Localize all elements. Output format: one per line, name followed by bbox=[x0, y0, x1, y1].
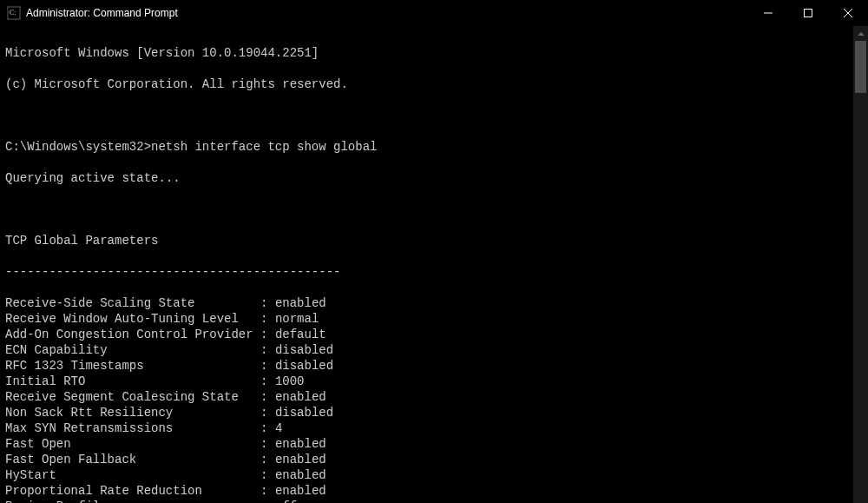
svg-text:C:: C: bbox=[10, 9, 16, 17]
param-value: enabled bbox=[275, 468, 326, 482]
titlebar[interactable]: C: Administrator: Command Prompt bbox=[0, 0, 868, 26]
minimize-button[interactable] bbox=[748, 0, 788, 26]
header-line: (c) Microsoft Corporation. All rights re… bbox=[5, 76, 863, 92]
param-row: RFC 1323 Timestamps : disabled bbox=[5, 358, 863, 374]
param-value: enabled bbox=[275, 390, 326, 404]
param-label: Receive-Side Scaling State bbox=[5, 296, 260, 310]
param-label: Fast Open Fallback bbox=[5, 453, 260, 467]
param-label: Max SYN Retransmissions bbox=[5, 421, 260, 435]
cmd-icon: C: bbox=[7, 6, 21, 20]
colon-separator: : bbox=[260, 500, 275, 503]
colon-separator: : bbox=[260, 421, 275, 435]
prompt: C:\Windows\system32> bbox=[5, 140, 151, 154]
window-controls bbox=[748, 0, 868, 26]
param-row: HyStart : enabled bbox=[5, 467, 863, 483]
svg-line-6 bbox=[844, 9, 852, 17]
param-row: Receive Segment Coalescing State : enabl… bbox=[5, 389, 863, 405]
header-line: Microsoft Windows [Version 10.0.19044.22… bbox=[5, 45, 863, 61]
param-row: Fast Open Fallback : enabled bbox=[5, 452, 863, 467]
param-label: Receive Segment Coalescing State bbox=[5, 390, 260, 404]
param-label: HyStart bbox=[5, 468, 260, 482]
param-row: Initial RTO : 1000 bbox=[5, 374, 863, 389]
colon-separator: : bbox=[260, 406, 275, 420]
param-label: Non Sack Rtt Resiliency bbox=[5, 406, 260, 420]
blank-line bbox=[5, 108, 863, 123]
param-label: Initial RTO bbox=[5, 374, 260, 388]
param-row: Non Sack Rtt Resiliency : disabled bbox=[5, 405, 863, 420]
param-row: Max SYN Retransmissions : 4 bbox=[5, 420, 863, 436]
param-label: Receive Window Auto-Tuning Level bbox=[5, 312, 260, 326]
param-value: enabled bbox=[275, 484, 326, 498]
colon-separator: : bbox=[260, 343, 275, 357]
terminal-output[interactable]: Microsoft Windows [Version 10.0.19044.22… bbox=[0, 26, 868, 503]
param-label: Pacing Profile bbox=[5, 500, 260, 503]
param-value: disabled bbox=[275, 343, 333, 357]
close-button[interactable] bbox=[828, 0, 868, 26]
colon-separator: : bbox=[260, 437, 275, 451]
colon-separator: : bbox=[260, 312, 275, 326]
param-row: Proportional Rate Reduction : enabled bbox=[5, 483, 863, 499]
colon-separator: : bbox=[260, 359, 275, 373]
param-value: normal bbox=[275, 312, 319, 326]
param-value: 4 bbox=[275, 421, 282, 435]
window-title: Administrator: Command Prompt bbox=[26, 7, 748, 19]
param-row: Receive Window Auto-Tuning Level : norma… bbox=[5, 311, 863, 327]
param-value: 1000 bbox=[275, 374, 305, 388]
param-row: Fast Open : enabled bbox=[5, 436, 863, 452]
svg-rect-4 bbox=[805, 10, 812, 17]
colon-separator: : bbox=[260, 390, 275, 404]
colon-separator: : bbox=[260, 453, 275, 467]
param-label: RFC 1323 Timestamps bbox=[5, 359, 260, 373]
command-line: C:\Windows\system32>netsh interface tcp … bbox=[5, 139, 863, 155]
param-label: Add-On Congestion Control Provider bbox=[5, 328, 260, 341]
param-row: Add-On Congestion Control Provider : def… bbox=[5, 327, 863, 342]
colon-separator: : bbox=[260, 484, 275, 498]
param-value: enabled bbox=[275, 437, 326, 451]
scroll-up-arrow[interactable] bbox=[853, 26, 868, 41]
param-row: ECN Capability : disabled bbox=[5, 342, 863, 358]
svg-marker-7 bbox=[858, 32, 865, 36]
colon-separator: : bbox=[260, 468, 275, 482]
param-row: Receive-Side Scaling State : enabled bbox=[5, 295, 863, 311]
section-header: TCP Global Parameters bbox=[5, 233, 863, 248]
colon-separator: : bbox=[260, 328, 275, 341]
maximize-button[interactable] bbox=[788, 0, 828, 26]
param-value: default bbox=[275, 328, 326, 341]
status-line: Querying active state... bbox=[5, 170, 863, 186]
svg-line-5 bbox=[844, 9, 852, 17]
param-label: ECN Capability bbox=[5, 343, 260, 357]
param-value: enabled bbox=[275, 453, 326, 467]
command-text: netsh interface tcp show global bbox=[151, 140, 377, 154]
param-row: Pacing Profile : off bbox=[5, 499, 863, 503]
param-value: off bbox=[275, 500, 297, 503]
colon-separator: : bbox=[260, 374, 275, 388]
param-value: disabled bbox=[275, 359, 333, 373]
colon-separator: : bbox=[260, 296, 275, 310]
scrollbar[interactable] bbox=[853, 26, 868, 503]
params-list: Receive-Side Scaling State : enabledRece… bbox=[5, 295, 863, 503]
divider: ----------------------------------------… bbox=[5, 264, 863, 280]
param-label: Fast Open bbox=[5, 437, 260, 451]
blank-line bbox=[5, 202, 863, 217]
param-value: enabled bbox=[275, 296, 326, 310]
param-label: Proportional Rate Reduction bbox=[5, 484, 260, 498]
scrollbar-thumb[interactable] bbox=[855, 41, 866, 93]
param-value: disabled bbox=[275, 406, 333, 420]
